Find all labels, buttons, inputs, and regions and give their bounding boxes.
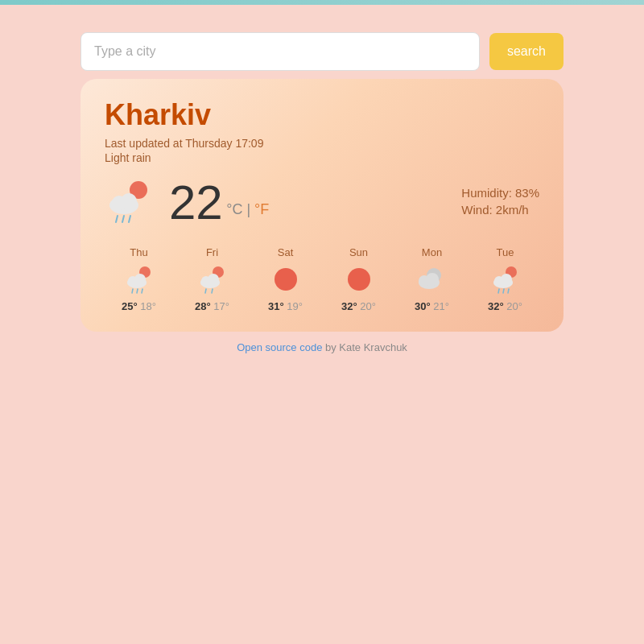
celsius-unit[interactable]: °C xyxy=(226,201,242,217)
forecast-temps-tue: 32° 20° xyxy=(488,300,522,312)
svg-point-29 xyxy=(501,274,512,285)
city-name: Kharkiv xyxy=(105,98,539,132)
forecast-day-label: Sat xyxy=(278,246,294,258)
wind: Wind: 2km/h xyxy=(461,203,539,217)
search-row: search xyxy=(80,24,564,79)
svg-line-12 xyxy=(137,289,138,293)
svg-line-19 xyxy=(212,289,213,293)
svg-line-31 xyxy=(503,289,504,293)
search-input[interactable] xyxy=(80,32,480,71)
forecast-day-label: Thu xyxy=(130,246,147,258)
forecast-day-thu: Thu 25° 18° xyxy=(105,246,173,312)
forecast-temps-sun: 32° 20° xyxy=(341,300,376,312)
humidity-wind: Humidity: 83% Wind: 2km/h xyxy=(461,186,539,220)
search-button[interactable]: search xyxy=(489,33,564,70)
svg-point-25 xyxy=(426,273,439,286)
humidity: Humidity: 83% xyxy=(461,186,539,200)
svg-line-30 xyxy=(498,289,499,293)
forecast-icon-fri xyxy=(198,265,227,294)
footer: Open source code by Kate Kravchuk xyxy=(237,341,407,353)
open-source-link[interactable]: Open source code xyxy=(237,341,322,353)
svg-line-4 xyxy=(116,216,118,222)
forecast-icon-tue xyxy=(491,265,520,294)
svg-line-18 xyxy=(205,289,206,293)
forecast-day-label: Mon xyxy=(422,246,442,258)
weather-description: Light rain xyxy=(105,151,539,164)
temperature-value: 22 xyxy=(169,175,223,229)
forecast-day-label: Fri xyxy=(206,246,218,258)
forecast-icon-sun xyxy=(345,265,374,294)
svg-line-11 xyxy=(132,289,133,293)
forecast-day-label: Sun xyxy=(349,246,368,258)
svg-point-10 xyxy=(134,274,146,285)
forecast-day-tue: Tue 32° 20° xyxy=(471,246,539,312)
svg-point-17 xyxy=(208,274,219,285)
svg-point-20 xyxy=(275,268,297,291)
unit-separator: | xyxy=(242,201,254,217)
forecast-icon-mon xyxy=(418,265,447,294)
forecast-temps-fri: 28° 17° xyxy=(195,300,229,312)
current-weather-icon xyxy=(105,179,153,227)
forecast-day-mon: Mon 30° 21° xyxy=(398,246,466,312)
svg-line-32 xyxy=(508,289,509,293)
forecast-icon-thu xyxy=(125,265,154,294)
svg-line-6 xyxy=(129,216,130,222)
forecast-day-sat: Sat 31° 19° xyxy=(251,246,320,312)
svg-line-5 xyxy=(122,216,124,222)
forecast-temps-thu: 25° 18° xyxy=(122,300,156,312)
forecast-row: Thu 25° 18° Fri xyxy=(105,246,539,312)
top-bar xyxy=(0,0,644,5)
forecast-icon-sat xyxy=(271,265,300,294)
temperature-display: 22 °C | °F xyxy=(169,179,269,227)
svg-point-3 xyxy=(121,193,137,209)
temperature-units: °C | °F xyxy=(226,201,269,217)
forecast-temps-sat: 31° 19° xyxy=(268,300,303,312)
forecast-day-fri: Fri 28° 17° xyxy=(178,246,246,312)
weather-card: Kharkiv Last updated at Thursday 17:09 L… xyxy=(80,79,564,332)
svg-line-13 xyxy=(142,289,142,293)
forecast-day-sun: Sun 32° 20° xyxy=(324,246,393,312)
current-weather: 22 °C | °F Humidity: 83% Wind: 2km/h xyxy=(105,179,539,227)
forecast-day-label: Tue xyxy=(497,246,514,258)
svg-point-21 xyxy=(348,268,370,291)
footer-suffix: by Kate Kravchuk xyxy=(322,341,407,353)
forecast-temps-mon: 30° 21° xyxy=(415,300,449,312)
last-updated: Last updated at Thursday 17:09 xyxy=(105,137,539,150)
fahrenheit-unit[interactable]: °F xyxy=(254,201,269,217)
